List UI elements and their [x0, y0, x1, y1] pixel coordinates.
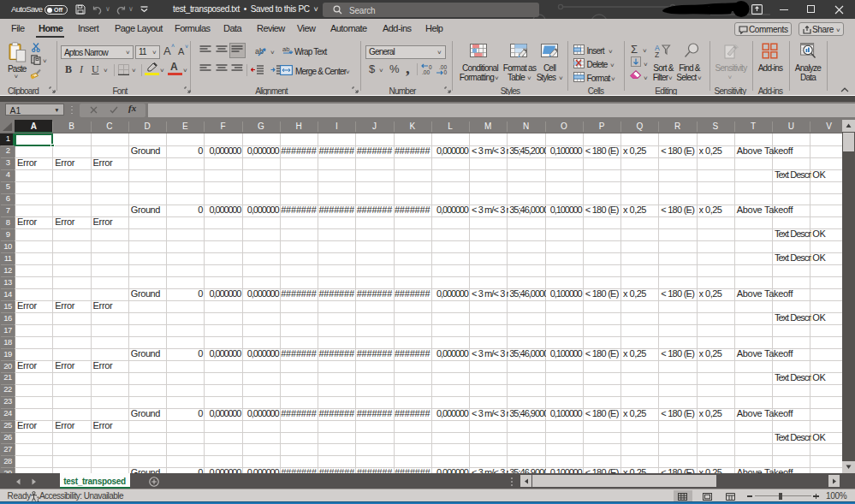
svg-text:ab: ab	[282, 45, 289, 53]
svg-text:0: 0	[444, 69, 448, 75]
svg-text:.00: .00	[422, 69, 430, 75]
svg-text:Z: Z	[655, 50, 659, 57]
